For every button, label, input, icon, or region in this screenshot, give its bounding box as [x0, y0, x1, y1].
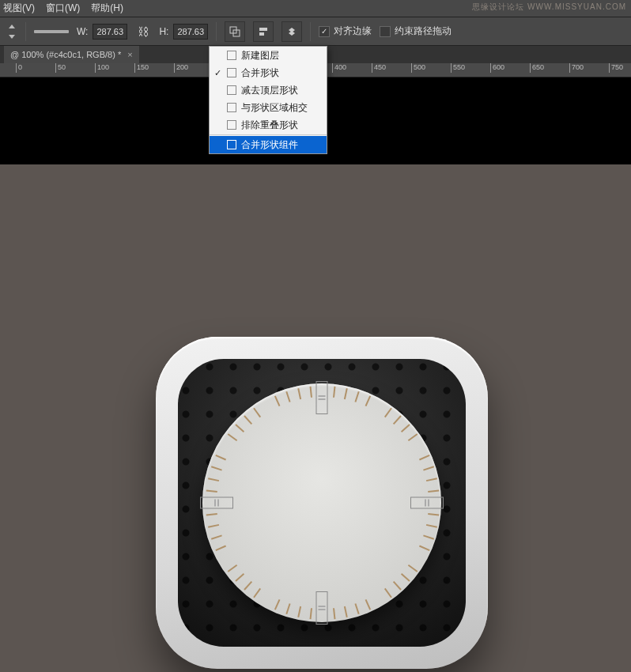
dropdown-label: 排除重叠形状	[241, 119, 298, 132]
artwork-inner	[178, 359, 466, 647]
constrain-label: 约束路径拖动	[395, 25, 452, 38]
path-op-dropdown: 新建图层✓合并形状减去顶层形状与形状区域相交排除重叠形状合并形状组件	[209, 46, 327, 154]
tick	[365, 599, 372, 610]
shape-icon	[227, 120, 236, 130]
tick	[423, 534, 434, 539]
tick	[419, 455, 430, 461]
tab-title: @ 100% (#c4c0c1, RGB/8) *	[10, 50, 121, 59]
width-group: W:	[77, 17, 127, 45]
menu-window[interactable]: 窗口(W)	[46, 2, 80, 15]
align-edges-checkbox[interactable]: ✓ 对齐边缘	[319, 25, 372, 38]
tick	[235, 424, 244, 432]
shape-icon	[227, 68, 236, 77]
dropdown-label: 减去顶层形状	[241, 84, 298, 97]
arrange-icon[interactable]	[281, 21, 302, 42]
menu-help[interactable]: 帮助(H)	[91, 2, 123, 15]
tick	[333, 387, 335, 398]
tick	[263, 401, 265, 402]
selection-handle[interactable]	[316, 591, 328, 625]
ruler-tick: 100	[95, 63, 109, 73]
tick	[365, 395, 372, 406]
tick	[274, 599, 281, 610]
dropdown-item-highlighted[interactable]: 合并形状组件	[210, 136, 327, 153]
tick	[244, 415, 252, 425]
document-tab[interactable]: @ 100% (#c4c0c1, RGB/8) * ×	[4, 46, 139, 63]
tick	[384, 588, 392, 598]
tick	[208, 478, 219, 481]
ruler-tick: 0	[16, 63, 22, 73]
box-icon	[380, 26, 391, 37]
dropdown-item[interactable]: ✓合并形状	[210, 64, 327, 81]
dropdown-item[interactable]: 排除重叠形状	[210, 116, 327, 134]
shape-icon	[227, 85, 236, 95]
path-operations-icon[interactable]	[225, 21, 245, 42]
align-icon[interactable]	[253, 21, 274, 42]
tick	[310, 387, 312, 398]
tick	[253, 588, 261, 598]
ruler-tick: 50	[55, 63, 66, 73]
ruler-tick: 200	[174, 63, 188, 73]
shape-icon	[227, 140, 236, 149]
tick	[215, 455, 226, 461]
height-group: H:	[159, 17, 208, 45]
width-input[interactable]	[93, 24, 127, 40]
width-label: W:	[77, 26, 88, 37]
height-input[interactable]	[173, 24, 208, 40]
clock-dial	[202, 383, 441, 622]
tick	[380, 401, 382, 402]
tick	[384, 408, 392, 418]
dropdown-item[interactable]: 与形状区域相交	[210, 99, 327, 116]
tick	[215, 546, 226, 552]
tick	[424, 561, 425, 562]
tick	[426, 478, 437, 481]
constrain-checkbox[interactable]: 约束路径拖动	[380, 25, 452, 38]
dropdown-item[interactable]: 新建图层	[210, 47, 327, 64]
tick	[285, 603, 290, 614]
tick	[211, 534, 222, 539]
menu-view[interactable]: 视图(V)	[3, 2, 35, 15]
svg-rect-2	[259, 28, 267, 31]
divider	[25, 22, 26, 41]
dropdown-label: 合并形状组件	[241, 138, 298, 152]
ruler-tick: 550	[451, 63, 465, 73]
link-icon[interactable]: ⛓	[135, 24, 151, 40]
tick	[408, 564, 418, 572]
tick	[208, 524, 219, 528]
tick	[206, 513, 217, 515]
tick	[401, 424, 410, 432]
ruler-tick: 600	[490, 63, 504, 73]
tick	[428, 513, 439, 515]
artwork-box	[156, 337, 488, 669]
tick	[221, 561, 221, 562]
shape-icon	[227, 103, 236, 112]
tick	[354, 391, 359, 402]
tick	[235, 573, 244, 582]
selection-handle[interactable]	[316, 381, 328, 414]
tick	[244, 581, 252, 591]
stroke-preview[interactable]	[34, 30, 69, 33]
tick	[228, 433, 238, 441]
options-chevron[interactable]	[6, 25, 17, 39]
tick	[408, 433, 418, 441]
selection-handle[interactable]	[200, 497, 233, 509]
tick	[344, 388, 348, 399]
align-edges-label: 对齐边缘	[334, 25, 372, 38]
tick	[221, 444, 221, 445]
dropdown-label: 合并形状	[241, 66, 279, 80]
tick	[428, 490, 439, 493]
tick	[393, 581, 402, 591]
ruler-tick: 150	[134, 63, 149, 73]
canvas[interactable]	[0, 77, 631, 672]
tick	[263, 604, 265, 605]
tick	[393, 415, 402, 425]
ruler-tick: 500	[411, 63, 425, 73]
close-icon[interactable]: ×	[127, 50, 132, 59]
ruler-tick: 450	[372, 63, 386, 73]
watermark: 思缘设计论坛 WWW.MISSYUAN.COM	[472, 2, 626, 13]
dropdown-label: 新建图层	[241, 49, 279, 62]
dropdown-item[interactable]: 减去顶层形状	[210, 81, 327, 99]
tick	[211, 466, 222, 470]
tick	[297, 388, 301, 399]
selection-handle[interactable]	[410, 497, 444, 509]
tick	[206, 490, 217, 493]
